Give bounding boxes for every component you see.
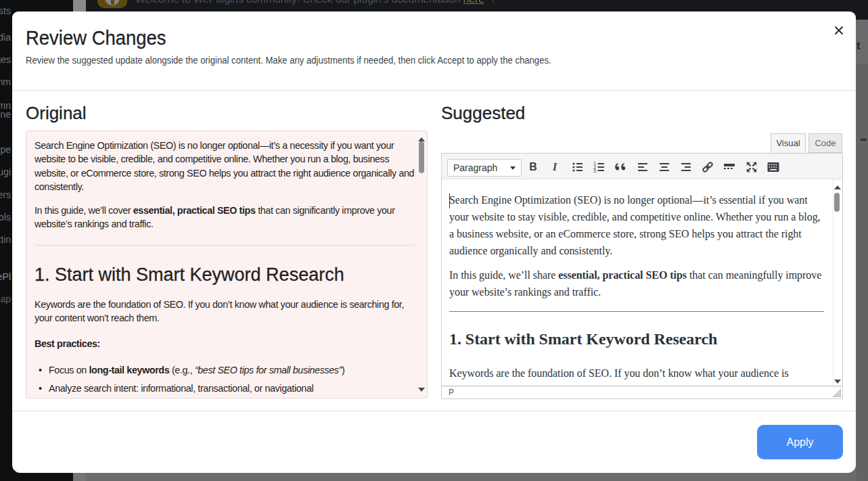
svg-text:3: 3	[593, 168, 596, 173]
svg-text:I: I	[552, 161, 557, 173]
svg-text:B: B	[529, 161, 537, 173]
